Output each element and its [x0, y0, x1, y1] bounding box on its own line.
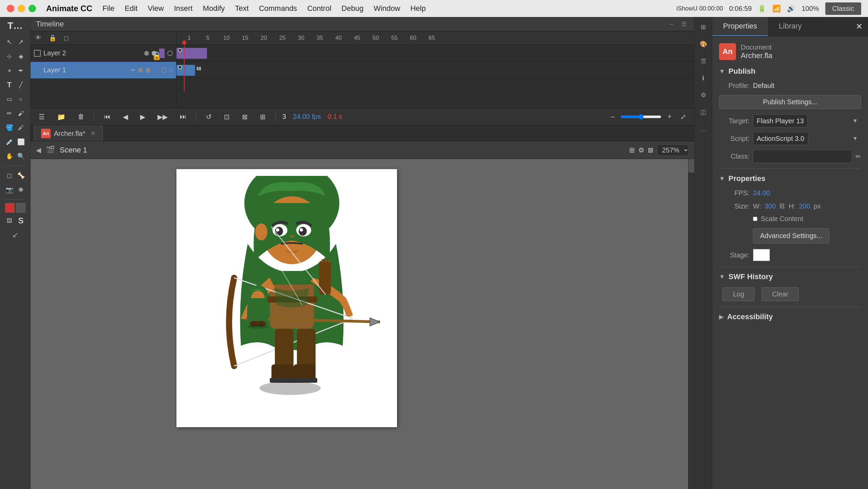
more-panel-icon[interactable]: … — [697, 122, 710, 136]
menu-edit[interactable]: Edit — [125, 4, 137, 13]
deco-tool[interactable]: ❋ — [16, 184, 26, 196]
publish-section-header[interactable]: ▼ Publish — [719, 67, 861, 76]
chain-icon[interactable]: ⛓ — [779, 203, 785, 210]
library-tab[interactable]: Library — [768, 17, 812, 36]
props-section-header[interactable]: ▼ Properties — [719, 174, 861, 183]
transform-panel-icon[interactable]: ⚙ — [697, 88, 710, 102]
advanced-settings-button[interactable]: Advanced Settings... — [753, 228, 829, 243]
layer-1-name[interactable]: Layer 1 — [43, 66, 128, 74]
menu-debug[interactable]: Debug — [341, 4, 363, 13]
info-panel-icon[interactable]: ℹ — [697, 71, 710, 85]
vertical-scrollbar[interactable] — [688, 159, 694, 489]
width-value[interactable]: 300 — [765, 202, 776, 210]
menu-text[interactable]: Text — [235, 4, 249, 13]
play-btn[interactable]: ▶ — [137, 111, 148, 122]
last-frame-btn[interactable]: ⏭ — [177, 111, 189, 122]
class-input[interactable] — [753, 150, 852, 163]
prev-frame-btn[interactable]: ◀ — [120, 111, 131, 122]
scrollbar-thumb[interactable] — [688, 159, 694, 173]
height-value[interactable]: 200 — [799, 202, 810, 210]
loop-btn[interactable]: ↺ — [203, 111, 214, 122]
stroke-color-swatch[interactable] — [5, 203, 15, 213]
doc-tab[interactable]: An Archer.fla* ✕ — [34, 126, 103, 141]
lasso-tool[interactable]: ⌖ — [4, 65, 15, 77]
close-button[interactable] — [7, 5, 14, 12]
zoom-slider[interactable] — [621, 114, 661, 120]
zoom-tool[interactable]: 🔍 — [16, 150, 26, 162]
doc-tab-close[interactable]: ✕ — [91, 130, 96, 137]
motion-editor-icon[interactable]: ⊞ — [697, 20, 710, 34]
delete-layer-btn[interactable]: 🗑 — [75, 111, 87, 122]
fps-display[interactable]: 24.00 fps — [293, 113, 321, 121]
layout-icon[interactable]: ⊞ — [629, 146, 635, 154]
ink-bottle-tool[interactable]: 🖋 — [16, 122, 26, 134]
workspace-button[interactable]: Classic — [825, 2, 861, 15]
zoom-out-btn[interactable]: – — [608, 111, 617, 122]
next-frame-btn[interactable]: ▶▶ — [155, 111, 170, 122]
target-select[interactable]: Flash Player 13 Flash Player 12 Flash Pl… — [753, 114, 808, 127]
magnet-icon[interactable]: ⚙ — [638, 146, 644, 154]
pencil-tool[interactable]: ✏ — [4, 107, 15, 120]
subselection-tool[interactable]: ↗ — [16, 36, 26, 48]
properties-tab[interactable]: Properties — [712, 17, 768, 36]
components-panel-icon[interactable]: ◫ — [697, 105, 710, 119]
snap-icon[interactable]: ⚄ — [4, 215, 15, 227]
menu-control[interactable]: Control — [307, 4, 331, 13]
line-tool[interactable]: ╱ — [16, 79, 26, 91]
color-panel-icon[interactable]: 🎨 — [697, 37, 710, 51]
onion-past-btn[interactable]: ⊠ — [239, 111, 250, 122]
hand-tool[interactable]: ✋ — [4, 150, 15, 162]
brush-tool[interactable]: 🖌 — [16, 107, 26, 120]
class-edit-icon[interactable]: ✏ — [855, 152, 861, 161]
layer-row-1[interactable]: Layer 1 ✏ □ — [31, 62, 176, 79]
layer-1-vis[interactable] — [138, 68, 143, 73]
stage-color-picker[interactable] — [753, 249, 770, 261]
eyedropper-tool[interactable]: 💉 — [4, 136, 15, 148]
grid-icon[interactable]: ⊠ — [648, 146, 654, 154]
zoom-in-btn[interactable]: + — [665, 111, 674, 122]
maximize-button[interactable] — [29, 5, 36, 12]
timeline-collapse[interactable]: – — [668, 20, 675, 28]
menu-modify[interactable]: Modify — [203, 4, 225, 13]
draw-object-tool[interactable]: ◻ — [4, 169, 15, 182]
panel-close[interactable]: ✕ — [850, 17, 868, 36]
pen-tool[interactable]: ✒ — [16, 65, 26, 77]
layer-2-name[interactable]: Layer 2 — [43, 49, 141, 57]
access-section-header[interactable]: ▶ Accessibility — [719, 312, 861, 321]
menu-insert[interactable]: Insert — [174, 4, 193, 13]
bone-tool[interactable]: 🦴 — [16, 169, 26, 182]
fill-color-swatch[interactable] — [16, 203, 25, 213]
layer-2-lock[interactable]: 🔒 — [152, 51, 156, 56]
free-transform-tool[interactable]: ⊹ — [4, 50, 15, 62]
selection-tool[interactable]: ↖ — [4, 36, 15, 48]
minimize-button[interactable] — [18, 5, 25, 12]
clear-button[interactable]: Clear — [761, 287, 799, 301]
layer-row-2[interactable]: Layer 2 🔒 — [31, 45, 176, 62]
first-frame-btn[interactable]: ⏮ — [101, 111, 113, 122]
onion-range-btn[interactable]: ⊞ — [257, 111, 268, 122]
menu-window[interactable]: Window — [374, 4, 400, 13]
timeline-options[interactable]: ☰ — [679, 20, 689, 28]
publish-settings-button[interactable]: Publish Settings... — [719, 95, 861, 109]
smooth-icon[interactable]: S — [16, 215, 26, 227]
text-tool[interactable]: T — [4, 79, 15, 91]
swf-section-header[interactable]: ▼ SWF History — [719, 272, 861, 281]
menu-commands[interactable]: Commands — [259, 4, 297, 13]
add-folder-btn[interactable]: 📁 — [54, 111, 68, 122]
camera-tool[interactable]: 📷 — [4, 184, 15, 196]
log-button[interactable]: Log — [722, 287, 755, 301]
fit-btn[interactable]: ⤢ — [678, 111, 689, 122]
fps-value[interactable]: 24.00 — [753, 189, 770, 197]
menu-file[interactable]: File — [102, 4, 114, 13]
onion-btn[interactable]: ⊡ — [221, 111, 232, 122]
attach-icon[interactable]: ↙ — [10, 229, 20, 241]
menu-help[interactable]: Help — [410, 4, 426, 13]
layer-1-dot2[interactable] — [146, 68, 150, 73]
paint-bucket-tool[interactable]: 🪣 — [4, 122, 15, 134]
new-layer-btn[interactable]: ☰ — [36, 111, 48, 122]
gradient-tool[interactable]: ◈ — [16, 50, 26, 62]
script-select[interactable]: ActionScript 3.0 ActionScript 2.0 — [753, 132, 808, 145]
scale-checkbox[interactable] — [753, 217, 757, 221]
align-panel-icon[interactable]: ☰ — [697, 54, 710, 68]
rectangle-tool[interactable]: ▭ — [4, 93, 15, 105]
